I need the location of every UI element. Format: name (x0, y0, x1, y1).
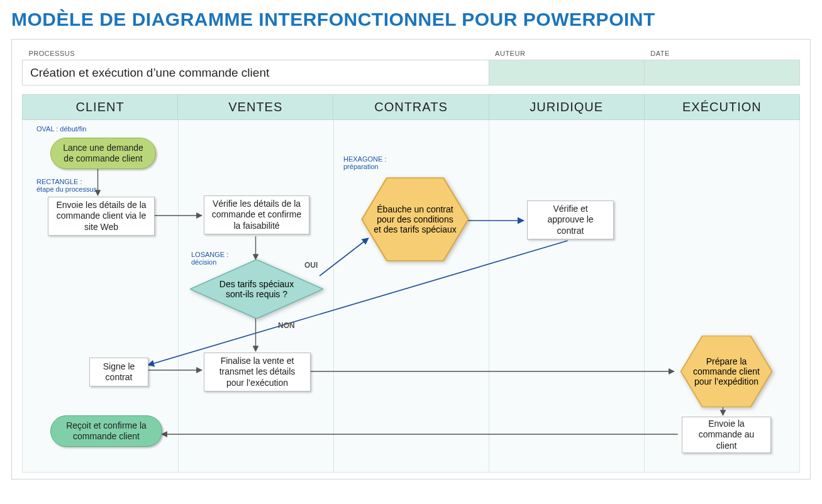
diagram-canvas: OVAL : début/fin RECTANGLE : étape du pr… (23, 120, 799, 472)
node-finalize[interactable]: Finalise la vente et transmet les détail… (204, 353, 311, 392)
lane-header-juridique: JURIDIQUE (489, 95, 644, 120)
meta-value-process[interactable]: Création et exécution d’une commande cli… (23, 60, 489, 85)
legend-rect: RECTANGLE : étape du processus (36, 178, 97, 193)
lane-header-ventes: VENTES (178, 95, 333, 120)
node-sign[interactable]: Signe le contrat (89, 358, 148, 386)
node-ship[interactable]: Envoie la commande au client (682, 417, 771, 453)
meta-header-process: PROCESSUS (23, 47, 489, 60)
node-end[interactable]: Reçoit et confirme la commande client (50, 415, 162, 447)
meta-table: PROCESSUS AUTEUR DATE Création et exécut… (22, 47, 800, 85)
swimlane-table: CLIENT VENTES CONTRATS JURIDIQUE EXÉCUTI… (22, 94, 800, 473)
node-start[interactable]: Lance une demande de commande client (50, 138, 156, 169)
meta-header-date: DATE (644, 47, 799, 60)
page-title: MODÈLE DE DIAGRAMME INTERFONCTIONNEL POU… (11, 9, 811, 30)
node-draft[interactable]: Ébauche un contrat pour des conditions e… (358, 175, 472, 263)
lane-header-client: CLIENT (23, 95, 178, 120)
node-decision[interactable]: Des tarifs spéciaux sont-ils requis ? (190, 260, 323, 319)
node-prepare[interactable]: Prépare la commande client pour l’expédi… (678, 334, 775, 409)
node-prepare-label: Prépare la commande client pour l’expédi… (678, 334, 775, 409)
node-send-details[interactable]: Envoie les détails de la commande client… (48, 197, 155, 236)
legend-hexagon: HEXAGONE : préparation (343, 155, 386, 170)
legend-oval: OVAL : début/fin (36, 125, 87, 133)
diagram-frame: PROCESSUS AUTEUR DATE Création et exécut… (11, 39, 811, 479)
lane-header-execution: EXÉCUTION (644, 95, 799, 120)
node-draft-label: Ébauche un contrat pour des conditions e… (358, 175, 472, 263)
lane-header-contrats: CONTRATS (333, 95, 489, 120)
node-decision-label: Des tarifs spéciaux sont-ils requis ? (190, 260, 323, 319)
meta-value-author[interactable] (489, 60, 644, 85)
decision-no-label: NON (278, 321, 295, 330)
node-verify[interactable]: Vérifie les détails de la commande et co… (204, 195, 309, 234)
node-approve[interactable]: Vérifie et approuve le contrat (527, 200, 614, 239)
meta-header-author: AUTEUR (489, 47, 644, 60)
meta-value-date[interactable] (644, 60, 799, 85)
